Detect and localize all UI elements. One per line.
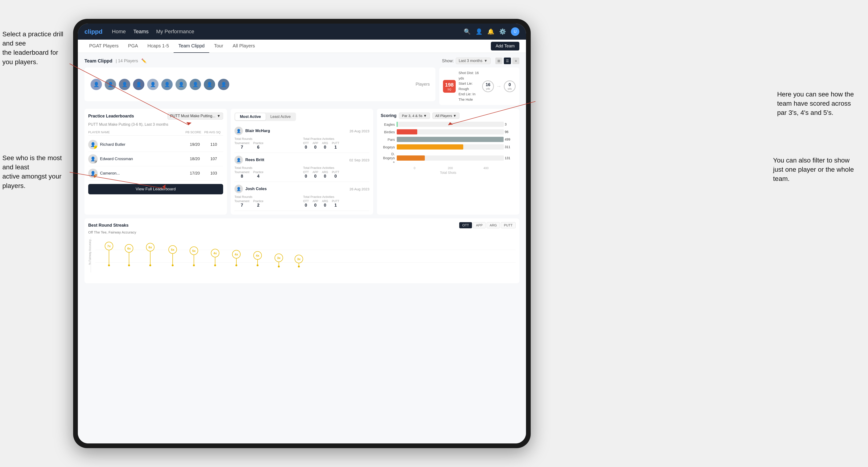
activity-stats-3: Total Rounds Tournament 7 Practice 2: [235, 195, 369, 208]
lb-row-1[interactable]: 👤 1 Richard Butler 19/20 110: [88, 137, 223, 152]
streak-pin-1[interactable]: 7x: [105, 242, 113, 266]
streak-pin-10[interactable]: 3x: [294, 255, 303, 268]
streak-circle-10: 3x: [294, 255, 303, 263]
list-view-icon[interactable]: ☰: [504, 58, 511, 64]
people-icon[interactable]: 👤: [475, 28, 483, 35]
scoring-title: Scoring: [381, 113, 397, 118]
app-filter-btn[interactable]: APP: [473, 222, 486, 228]
practice-stat-2: Practice 4: [253, 170, 263, 179]
player-avatar-10[interactable]: 👤: [217, 78, 230, 91]
annotation-bottom-right: You can also filter to showjust one play…: [773, 156, 854, 184]
player-avatar-1[interactable]: 👤: [90, 78, 102, 91]
detail-view-icon[interactable]: ≡: [512, 58, 519, 64]
streak-circle-5: 5x: [190, 247, 198, 255]
lb-avatar-3: 👤 3: [88, 168, 98, 178]
nav-home[interactable]: Home: [112, 29, 126, 35]
lb-row-3[interactable]: 👤 3 Cameron... 17/20 103: [88, 166, 223, 181]
player-avatar-3[interactable]: 👤: [118, 78, 131, 91]
subnav-pgat[interactable]: PGAT Players: [85, 40, 123, 53]
streak-line-4: [173, 254, 173, 264]
activity-avatar-1: 👤: [235, 127, 243, 135]
activity-player-1[interactable]: 👤 Blair McHarg 26 Aug 2023 Total Rounds …: [235, 124, 369, 153]
dbogeys-bar-container: 131: [397, 155, 504, 161]
activity-player-2[interactable]: 👤 Rees Britt 02 Sep 2023 Total Rounds To…: [235, 153, 369, 182]
streak-pin-4[interactable]: 5x: [168, 245, 177, 266]
streak-dot-10: [298, 266, 300, 268]
subnav-tour[interactable]: Tour: [209, 40, 228, 53]
streak-circle-7: 4x: [232, 250, 241, 258]
player-avatar-2[interactable]: 👤: [104, 78, 117, 91]
arg-filter-btn[interactable]: ARG: [487, 222, 500, 228]
practice-leaderboard-card: Practice Leaderboards PUTT Must Make Put…: [85, 109, 227, 215]
nav-teams[interactable]: Teams: [133, 29, 149, 35]
streaks-title: Best Round Streaks: [88, 223, 129, 228]
chart-row-birdies: Birdies 96: [381, 129, 504, 134]
streak-pin-3[interactable]: 6x: [146, 243, 154, 266]
most-active-tab[interactable]: Most Active: [235, 113, 266, 120]
streak-line-2: [129, 253, 129, 264]
streak-line-1: [109, 250, 109, 264]
shot-circles: 16 yds → 0 yds: [482, 81, 516, 92]
scoring-player-filter[interactable]: All Players ▼: [432, 113, 460, 119]
least-active-tab[interactable]: Least Active: [266, 113, 295, 120]
team-count: | 14 Players: [116, 59, 138, 63]
streak-pin-6[interactable]: 4x: [211, 249, 219, 266]
practice-activities-label-1: Total Practice Activities: [303, 137, 369, 141]
ott-stat-3: OTT 0: [303, 199, 309, 208]
streak-pin-5[interactable]: 5x: [190, 247, 198, 266]
ipad-screen: clippd Home Teams My Performance 🔍 👤 🔔 ⚙…: [78, 24, 526, 443]
user-avatar[interactable]: U: [511, 27, 519, 36]
subnav-hcaps[interactable]: Hcaps 1-5: [143, 40, 174, 53]
subnav-pga[interactable]: PGA: [123, 40, 143, 53]
eagles-bar: [397, 122, 398, 127]
search-icon[interactable]: 🔍: [464, 28, 471, 35]
nav-my-performance[interactable]: My Performance: [156, 29, 194, 35]
ott-filter-btn[interactable]: OTT: [459, 222, 472, 228]
lb-table-header: PLAYER NAME PB SCORE PB AVG SQ: [88, 129, 223, 135]
grid-view-icon[interactable]: ⊞: [495, 58, 502, 64]
streak-circle-1: 7x: [105, 242, 113, 250]
lb-score-1: 19/20: [185, 142, 204, 147]
streaks-y-label: % Fairway Accuracy: [88, 239, 92, 265]
streak-pin-7[interactable]: 4x: [232, 250, 241, 266]
rounds-stats-1: Tournament 7 Practice 6: [235, 142, 301, 150]
player-avatar-7[interactable]: 👤: [175, 78, 187, 91]
player-avatar-6[interactable]: 👤: [161, 78, 173, 91]
lb-avg-2: 107: [204, 157, 223, 161]
scoring-par-filter[interactable]: Par 3, 4 & 5s ▼: [399, 113, 430, 119]
subnav-team-clippd[interactable]: Team Clippd: [174, 40, 209, 53]
activity-player-3[interactable]: 👤 Josh Coles 26 Aug 2023 Total Rounds To…: [235, 182, 369, 211]
eagles-value: 3: [505, 122, 512, 126]
bell-icon[interactable]: 🔔: [487, 28, 494, 35]
player-avatar-8[interactable]: 👤: [189, 78, 202, 91]
scoring-chart: Eagles 3 Birdies 96: [381, 122, 516, 164]
putt-stat-2: PUTT 0: [332, 170, 339, 179]
streak-line-10: [299, 263, 299, 266]
lb-avg-1: 110: [204, 142, 223, 147]
show-filter: Show: Last 3 months ▼ ⊞ ☰ ≡: [442, 58, 519, 64]
chart-row-dbogeys: D. Bogeys + 131: [381, 152, 504, 164]
streak-dot-4: [172, 264, 174, 266]
lb-row-2[interactable]: 👤 2 Edward Crossman 18/20 107: [88, 152, 223, 166]
putt-filter-btn[interactable]: PUTT: [501, 222, 516, 228]
axis-200: 200: [432, 166, 468, 170]
view-full-leaderboard-button[interactable]: View Full Leaderboard: [88, 184, 223, 194]
show-period-selector[interactable]: Last 3 months ▼: [456, 58, 491, 64]
streak-pin-2[interactable]: 6x: [125, 244, 133, 266]
subnav-all-players[interactable]: All Players: [228, 40, 259, 53]
activity-avatar-3: 👤: [235, 185, 243, 193]
add-team-button[interactable]: Add Team: [491, 42, 519, 51]
view-icons: ⊞ ☰ ≡: [495, 58, 519, 64]
streaks-header: Best Round Streaks OTT APP ARG PUTT: [88, 222, 516, 228]
streak-pin-9[interactable]: 3x: [275, 253, 283, 268]
settings-icon[interactable]: ⚙️: [499, 28, 506, 35]
streak-pin-8[interactable]: 4x: [253, 251, 262, 266]
edit-icon[interactable]: ✏️: [141, 58, 147, 63]
chart-row-pars: Pars 499: [381, 137, 504, 142]
total-rounds-group-3: Total Rounds Tournament 7 Practice 2: [235, 195, 301, 208]
player-avatar-9[interactable]: 👤: [203, 78, 216, 91]
drill-selector[interactable]: PUTT Must Make Putting... ▼: [167, 113, 223, 120]
player-avatar-5[interactable]: 👤: [147, 78, 159, 91]
clippd-logo: clippd: [85, 28, 102, 35]
player-avatar-4[interactable]: 👤: [132, 78, 145, 91]
